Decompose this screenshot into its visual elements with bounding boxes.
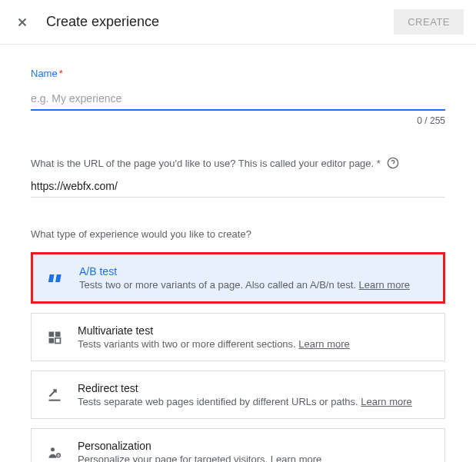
svg-point-11 bbox=[51, 447, 55, 451]
redirect-icon bbox=[45, 386, 64, 404]
url-label-suffix: . * bbox=[371, 158, 381, 169]
url-field-group: What is the URL of the page you'd like t… bbox=[31, 157, 445, 198]
svg-rect-7 bbox=[55, 331, 61, 337]
option-title: Personalization bbox=[78, 440, 431, 452]
url-label-prefix: What is the URL of the page you'd like t… bbox=[31, 158, 321, 169]
option-redirect[interactable]: Redirect test Tests separate web pages i… bbox=[31, 371, 445, 419]
option-desc: Personalize your page for targeted visit… bbox=[78, 454, 431, 462]
option-title: Multivariate test bbox=[78, 324, 431, 337]
name-field-group: Name* 0 / 255 bbox=[31, 66, 445, 126]
header-left: Create experience bbox=[12, 12, 159, 32]
option-multivariate[interactable]: Multivariate test Tests variants with tw… bbox=[31, 313, 445, 361]
personalization-icon bbox=[45, 444, 64, 462]
url-label: What is the URL of the page you'd like t… bbox=[31, 157, 445, 169]
name-input[interactable] bbox=[31, 85, 445, 111]
close-icon bbox=[15, 15, 29, 29]
char-count: 0 / 255 bbox=[31, 115, 445, 126]
svg-rect-4 bbox=[48, 274, 54, 282]
option-desc-text: Personalize your page for targeted visit… bbox=[78, 454, 268, 462]
svg-rect-8 bbox=[49, 337, 55, 343]
option-desc: Tests two or more variants of a page. Al… bbox=[79, 279, 429, 291]
option-desc-text: Tests separate web pages identified by d… bbox=[78, 396, 358, 407]
url-label-text: What is the URL of the page you'd like t… bbox=[31, 158, 381, 169]
option-body: A/B test Tests two or more variants of a… bbox=[79, 265, 429, 291]
option-desc-text: Tests two or more variants of a page. Al… bbox=[79, 279, 356, 291]
svg-rect-6 bbox=[49, 331, 55, 337]
type-label: What type of experience would you like t… bbox=[31, 228, 445, 240]
option-desc-text: Tests variants with two or more differen… bbox=[78, 338, 296, 350]
page-title: Create experience bbox=[46, 14, 159, 30]
learn-more-link[interactable]: Learn more bbox=[271, 454, 321, 462]
url-input[interactable] bbox=[31, 172, 445, 198]
learn-more-link[interactable]: Learn more bbox=[361, 396, 411, 407]
option-body: Personalization Personalize your page fo… bbox=[78, 440, 431, 462]
option-ab-test[interactable]: A/B test Tests two or more variants of a… bbox=[31, 252, 445, 304]
option-title: Redirect test bbox=[78, 382, 431, 394]
name-label-text: Name bbox=[31, 68, 58, 79]
name-label: Name* bbox=[31, 68, 63, 79]
option-personalization[interactable]: Personalization Personalize your page fo… bbox=[31, 428, 445, 462]
close-button[interactable] bbox=[12, 12, 32, 32]
header: Create experience CREATE bbox=[0, 0, 476, 45]
option-body: Redirect test Tests separate web pages i… bbox=[78, 382, 431, 407]
svg-rect-5 bbox=[55, 274, 62, 282]
content: Name* 0 / 255 What is the URL of the pag… bbox=[0, 45, 476, 462]
multivariate-icon bbox=[45, 328, 64, 347]
url-label-bold: editor page bbox=[321, 158, 371, 169]
create-button[interactable]: CREATE bbox=[394, 9, 464, 35]
option-desc: Tests variants with two or more differen… bbox=[78, 338, 431, 350]
learn-more-link[interactable]: Learn more bbox=[298, 338, 349, 350]
learn-more-link[interactable]: Learn more bbox=[358, 279, 409, 291]
required-asterisk: * bbox=[59, 68, 63, 79]
help-icon[interactable] bbox=[387, 157, 399, 169]
option-desc: Tests separate web pages identified by d… bbox=[78, 396, 431, 407]
ab-test-icon bbox=[47, 269, 65, 288]
option-title: A/B test bbox=[79, 265, 429, 278]
svg-rect-9 bbox=[55, 337, 61, 343]
option-body: Multivariate test Tests variants with tw… bbox=[78, 324, 431, 350]
svg-point-13 bbox=[58, 454, 59, 456]
